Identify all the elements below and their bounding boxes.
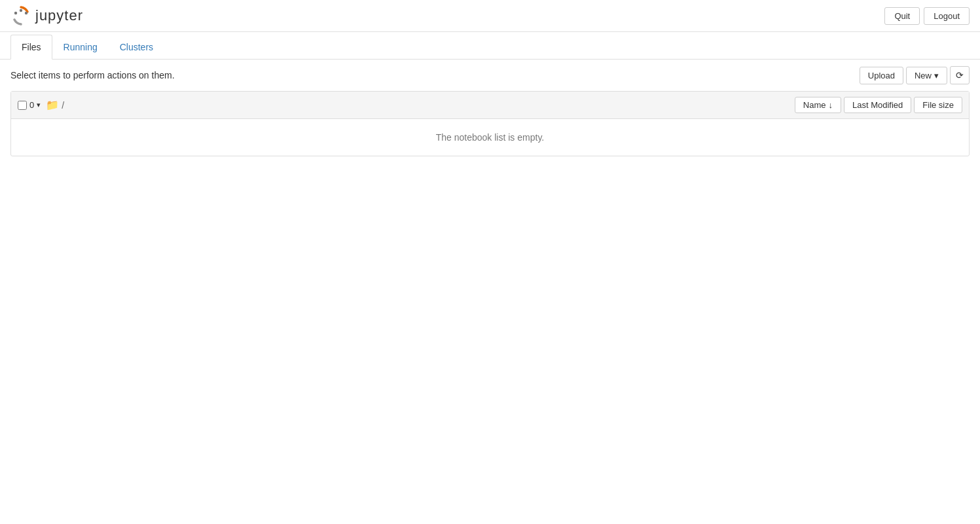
select-dropdown-icon[interactable]: ▾ bbox=[37, 101, 41, 109]
logout-button[interactable]: Logout bbox=[924, 7, 970, 25]
column-headers: Name ↓ Last Modified File size bbox=[795, 97, 962, 113]
jupyter-logo-icon bbox=[10, 5, 31, 26]
header-buttons: Quit Logout bbox=[884, 7, 970, 25]
sort-name-icon: ↓ bbox=[828, 100, 833, 110]
empty-message: The notebook list is empty. bbox=[11, 119, 969, 156]
refresh-button[interactable]: ⟳ bbox=[950, 66, 970, 84]
breadcrumb: 📁 / bbox=[46, 99, 795, 111]
new-dropdown-icon: ▾ bbox=[934, 71, 939, 80]
tab-running[interactable]: Running bbox=[52, 35, 109, 60]
tab-clusters[interactable]: Clusters bbox=[109, 35, 164, 60]
logo: jupyter bbox=[10, 5, 83, 26]
checkbox-area: 0 ▾ bbox=[18, 100, 41, 110]
tabs: Files Running Clusters bbox=[0, 35, 980, 60]
svg-point-2 bbox=[25, 12, 27, 14]
toolbar-right: Upload New ▾ ⟳ bbox=[860, 66, 970, 84]
svg-point-0 bbox=[14, 12, 17, 14]
sort-last-modified-button[interactable]: Last Modified bbox=[844, 97, 911, 113]
upload-button[interactable]: Upload bbox=[860, 67, 903, 84]
svg-point-1 bbox=[20, 9, 22, 12]
new-button[interactable]: New ▾ bbox=[906, 67, 947, 84]
select-count: 0 bbox=[29, 100, 34, 110]
file-list-header: 0 ▾ 📁 / Name ↓ Last Modified File size bbox=[11, 92, 969, 119]
header: jupyter Quit Logout bbox=[0, 0, 980, 32]
file-list-container: 0 ▾ 📁 / Name ↓ Last Modified File size T… bbox=[10, 91, 970, 156]
tab-files[interactable]: Files bbox=[10, 35, 52, 60]
folder-icon: 📁 bbox=[46, 99, 59, 111]
sort-name-button[interactable]: Name ↓ bbox=[795, 97, 841, 113]
select-all-checkbox[interactable] bbox=[18, 101, 27, 110]
logo-text: jupyter bbox=[35, 7, 83, 24]
breadcrumb-path: / bbox=[62, 100, 64, 111]
select-info: Select items to perform actions on them. bbox=[10, 70, 175, 80]
quit-button[interactable]: Quit bbox=[884, 7, 920, 25]
sort-file-size-button[interactable]: File size bbox=[914, 97, 962, 113]
toolbar: Select items to perform actions on them.… bbox=[0, 60, 980, 91]
